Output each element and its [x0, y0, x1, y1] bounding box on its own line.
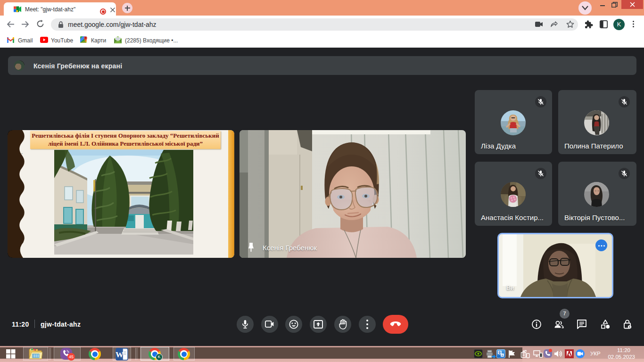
svg-text:W: W: [116, 350, 124, 359]
svg-text:A: A: [501, 354, 503, 357]
